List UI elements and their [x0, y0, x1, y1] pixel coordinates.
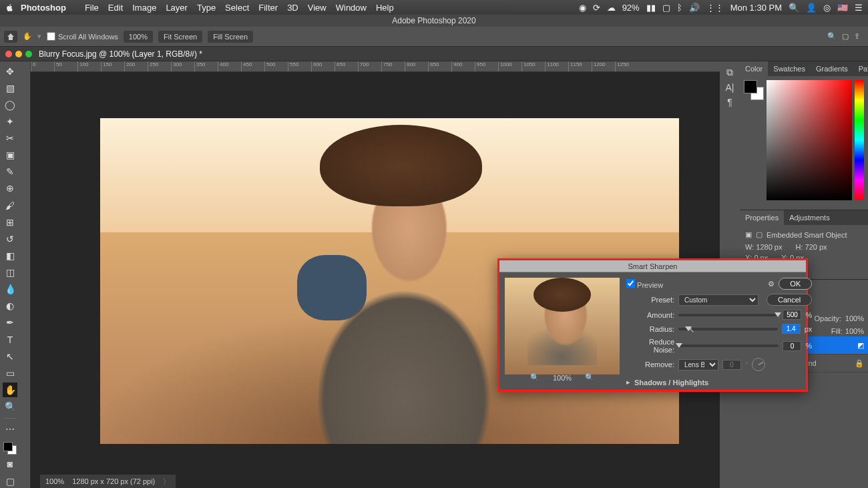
menu-3d[interactable]: 3D [287, 3, 298, 13]
menu-type[interactable]: Type [197, 3, 216, 13]
type-tool[interactable]: T [3, 332, 17, 346]
expand-icon[interactable]: ▸ [626, 378, 630, 387]
stamp-tool[interactable]: ⊞ [3, 215, 17, 229]
minimize-window-icon[interactable] [15, 51, 22, 57]
color-swatches[interactable] [744, 80, 764, 100]
dialog-preview[interactable] [505, 278, 620, 375]
screen-mode[interactable]: ▢ [3, 474, 17, 488]
document-tab[interactable]: Blurry Focus.jpg @ 100% (Layer 1, RGB/8#… [0, 47, 868, 61]
blur-tool[interactable]: 💧 [3, 282, 17, 296]
color-picker[interactable] [767, 80, 852, 200]
menu-window[interactable]: Window [336, 3, 367, 13]
close-window-icon[interactable] [5, 51, 12, 57]
gear-icon[interactable]: ⚙ [768, 280, 775, 288]
dialog-title[interactable]: Smart Sharpen [499, 260, 806, 272]
menu-view[interactable]: View [308, 3, 327, 13]
tab-adjustments[interactable]: Adjustments [784, 210, 835, 225]
tab-properties[interactable]: Properties [740, 210, 784, 225]
zoom-in-icon[interactable]: 🔍 [585, 373, 594, 382]
move-tool[interactable]: ✥ [3, 64, 17, 78]
zoom-out-icon[interactable]: 🔍 [530, 373, 539, 382]
ok-button[interactable]: OK [779, 278, 812, 290]
radius-slider[interactable]: ↖ [678, 328, 778, 330]
menu-edit[interactable]: Edit [108, 3, 123, 13]
menu-image[interactable]: Image [132, 3, 156, 13]
pen-tool[interactable]: ✒ [3, 316, 17, 330]
flag-icon[interactable]: 🇺🇸 [837, 3, 848, 13]
menu-file[interactable]: File [85, 3, 99, 13]
preset-select[interactable]: Custom [678, 294, 758, 306]
character-icon[interactable]: A| [726, 82, 734, 93]
gradient-tool[interactable]: ◫ [3, 266, 17, 280]
healing-tool[interactable]: ⊕ [3, 182, 17, 196]
path-tool[interactable]: ↖ [3, 349, 17, 363]
search-icon[interactable]: 🔍 [827, 32, 837, 41]
brush-tool[interactable]: 🖌 [3, 198, 17, 212]
prop-w[interactable]: W: 1280 px [745, 243, 782, 251]
tab-patterns[interactable]: Patterns [853, 61, 868, 76]
menu-select[interactable]: Select [225, 3, 249, 13]
notifications-icon[interactable]: ☰ [855, 3, 863, 13]
menu-help[interactable]: Help [376, 3, 394, 13]
amount-input[interactable] [783, 310, 801, 320]
opacity-value[interactable]: 100% [845, 314, 864, 322]
prop-h[interactable]: H: 720 px [795, 243, 827, 251]
ruler-horizontal[interactable]: 0501001502002503003504004505005506006507… [31, 61, 720, 72]
noise-input[interactable] [783, 341, 801, 351]
sync-icon[interactable]: ⟳ [593, 3, 600, 13]
paragraph-icon[interactable]: ¶ [727, 97, 732, 107]
fill-value[interactable]: 100% [845, 327, 864, 335]
amount-slider[interactable] [678, 314, 779, 316]
zoom-level[interactable]: 100% [124, 31, 153, 43]
status-dims[interactable]: 1280 px x 720 px (72 ppi) [72, 477, 155, 485]
cloud-icon[interactable]: ☁ [607, 3, 616, 13]
tab-color[interactable]: Color [740, 61, 768, 76]
history-brush-tool[interactable]: ↺ [3, 232, 17, 246]
dodge-tool[interactable]: ◐ [3, 299, 17, 313]
menu-filter[interactable]: Filter [258, 3, 278, 13]
spotlight-icon[interactable]: 🔍 [789, 3, 799, 13]
scroll-all-checkbox[interactable]: Scroll All Windows [47, 32, 118, 41]
workspace-icon[interactable]: ▢ [842, 32, 849, 41]
menu-layer[interactable]: Layer [166, 3, 188, 13]
crop-tool[interactable]: ✂ [3, 132, 17, 146]
battery-icon[interactable]: ▮▮ [646, 3, 656, 13]
hand-icon[interactable]: ✋ [23, 32, 32, 41]
apple-icon[interactable] [5, 3, 14, 12]
wifi-icon[interactable]: ⋮⋮ [706, 3, 724, 13]
shadows-highlights[interactable]: Shadows / Highlights [634, 379, 708, 387]
edit-toolbar[interactable]: ⋯ [3, 423, 17, 437]
history-icon[interactable]: ⧉ [726, 67, 733, 78]
volume-icon[interactable]: 🔊 [689, 3, 700, 13]
marquee-tool[interactable]: ▧ [3, 81, 17, 95]
app-name[interactable]: Photoshop [21, 3, 66, 13]
status-zoom[interactable]: 100% [45, 477, 64, 485]
noise-slider[interactable] [678, 344, 779, 347]
fit-screen-button[interactable]: Fit Screen [158, 31, 202, 43]
maximize-window-icon[interactable] [25, 51, 32, 57]
wand-tool[interactable]: ✦ [3, 114, 17, 128]
preview-checkbox[interactable]: Preview [626, 279, 663, 289]
user-icon[interactable]: 👤 [806, 3, 817, 13]
quick-mask[interactable]: ◙ [3, 457, 17, 471]
home-button[interactable] [4, 31, 17, 43]
hue-slider[interactable] [855, 80, 864, 200]
shape-tool[interactable]: ▭ [3, 366, 17, 380]
display-icon[interactable]: ▢ [662, 3, 670, 13]
tab-gradients[interactable]: Gradients [811, 61, 853, 76]
bluetooth-icon[interactable]: ᛒ [677, 3, 682, 13]
frame-tool[interactable]: ▣ [3, 148, 17, 162]
hand-tool[interactable]: ✋ [3, 383, 17, 397]
zoom-tool[interactable]: 🔍 [3, 400, 17, 414]
color-swatch[interactable] [3, 442, 17, 455]
remove-select[interactable]: Lens Blur [678, 359, 718, 371]
eraser-tool[interactable]: ◧ [3, 248, 17, 262]
siri-icon[interactable]: ◎ [823, 3, 831, 13]
record-icon[interactable]: ◉ [579, 3, 586, 13]
ruler-vertical[interactable] [20, 61, 31, 488]
eyedropper-tool[interactable]: ✎ [3, 165, 17, 179]
fill-screen-button[interactable]: Fill Screen [208, 31, 253, 43]
lasso-tool[interactable]: ◯ [3, 97, 17, 111]
clock[interactable]: Mon 1:30 PM [730, 3, 782, 13]
share-icon[interactable]: ⇪ [854, 32, 860, 41]
